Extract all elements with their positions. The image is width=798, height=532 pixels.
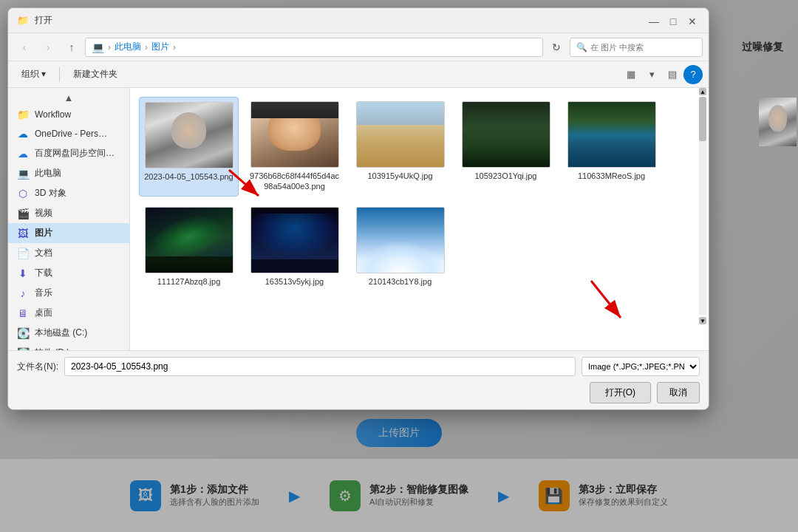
file-name-8: 210143cb1Y8.jpg <box>369 276 432 287</box>
footer-filename-row: 文件名(N): Image (*.JPG;*.JPEG;*.PNG;*.I <box>17 357 700 376</box>
file-item-6[interactable]: 111127Abzq8.jpg <box>139 202 239 291</box>
toolbar-separator <box>59 67 60 82</box>
dialog-icon: 📁 <box>17 15 29 27</box>
file-name-4: 105923O1Yqi.jpg <box>474 171 536 181</box>
sidebar-item-baidu[interactable]: ☁ 百度网盘同步空间… <box>8 143 129 163</box>
close-button[interactable]: ✕ <box>682 14 703 29</box>
file-name-1: 2023-04-05_105543.png <box>144 171 233 182</box>
breadcrumb-thispc[interactable]: 此电脑 <box>115 41 141 53</box>
pictures-icon: 🖼 <box>17 228 29 239</box>
cancel-button[interactable]: 取消 <box>657 382 700 403</box>
scrollbar[interactable]: ▲ ▼ <box>698 88 707 324</box>
search-icon: 🔍 <box>576 42 587 52</box>
file-thumb-4 <box>462 101 550 168</box>
file-item-4[interactable]: 105923O1Yqi.jpg <box>456 97 556 197</box>
desktop-icon: 🖥 <box>17 307 29 319</box>
file-name-2: 9736b68c68f444f65d4ac98a54a00e3.png <box>249 171 340 192</box>
documents-icon: 📄 <box>17 248 29 259</box>
sidebar-label-videos: 视频 <box>35 207 52 219</box>
localc-icon: 💽 <box>17 327 29 339</box>
sidebar-item-localc[interactable]: 💽 本地磁盘 (C:) <box>8 323 129 343</box>
file-item-1[interactable]: 2023-04-05_105543.png <box>139 97 239 197</box>
sidebar-item-downloads[interactable]: ⬇ 下载 <box>8 263 129 283</box>
file-name-3: 103915y4UkQ.jpg <box>367 171 432 181</box>
file-item-7[interactable]: 163513v5ykj.jpg <box>245 202 344 291</box>
organize-button[interactable]: 组织 ▾ <box>14 65 53 83</box>
baidu-icon: ☁ <box>17 148 29 160</box>
preview-thumbnail <box>757 96 798 148</box>
sidebar-label-onedrive: OneDrive - Pers… <box>35 129 107 139</box>
view-icon1[interactable]: ▦ <box>621 65 641 84</box>
up-button[interactable]: ↑ <box>61 37 82 58</box>
file-thumb-2 <box>250 101 339 168</box>
file-name-6: 111127Abzq8.jpg <box>157 276 221 287</box>
file-item-3[interactable]: 103915y4UkQ.jpg <box>350 97 450 197</box>
dialog-title: 打开 <box>35 14 700 27</box>
file-area[interactable]: 2023-04-05_105543.png 9736b68c68f444f65d… <box>130 88 709 350</box>
open-button[interactable]: 打开(O) <box>590 382 651 403</box>
file-name-7: 163513v5ykj.jpg <box>265 276 324 287</box>
file-thumb-7 <box>250 207 339 273</box>
sidebar-label-baidu: 百度网盘同步空间… <box>35 147 115 160</box>
view-buttons: ▦ ▾ ▤ ? <box>621 65 703 84</box>
view-dropdown[interactable]: ▾ <box>642 65 661 84</box>
sidebar-item-desktop[interactable]: 🖥 桌面 <box>8 303 129 323</box>
sidebar-label-music: 音乐 <box>35 287 52 299</box>
sidebar-item-onedrive[interactable]: ☁ OneDrive - Pers… <box>8 124 129 143</box>
filename-input[interactable] <box>64 357 576 376</box>
dialog-body: ▲ 📁 Workflow ☁ OneDrive - Pers… ☁ 百度网盘同步… <box>8 88 709 350</box>
3dobjects-icon: ⬡ <box>17 188 29 200</box>
file-thumb-8 <box>356 207 445 273</box>
sidebar-item-workflow[interactable]: 📁 Workflow <box>8 105 129 124</box>
sidebar-item-pictures[interactable]: 🖼 图片 <box>8 223 129 243</box>
dialog-footer: 文件名(N): Image (*.JPG;*.JPEG;*.PNG;*.I 打开… <box>8 350 709 409</box>
toolbar: 组织 ▾ 新建文件夹 ▦ ▾ ▤ ? <box>8 61 709 88</box>
footer-buttons: 打开(O) 取消 <box>17 382 700 403</box>
file-name-5: 110633MReoS.jpg <box>578 171 645 181</box>
sidebar-label-documents: 文档 <box>35 247 52 259</box>
sidebar-label-thispc: 此电脑 <box>35 167 61 180</box>
new-folder-button[interactable]: 新建文件夹 <box>66 65 125 83</box>
sidebar-label-pictures: 图片 <box>35 227 52 239</box>
sidebar-label-localc: 本地磁盘 (C:) <box>35 327 87 339</box>
file-item-2[interactable]: 9736b68c68f444f65d4ac98a54a00e3.png <box>245 97 344 197</box>
sidebar-label-downloads: 下载 <box>35 267 52 279</box>
search-input[interactable] <box>590 43 696 52</box>
thispc-icon: 💻 <box>17 168 29 180</box>
sidebar-label-desktop: 桌面 <box>35 307 52 319</box>
filetype-select[interactable]: Image (*.JPG;*.JPEG;*.PNG;*.I <box>582 357 700 376</box>
file-thumb-6 <box>145 207 233 273</box>
sidebar-item-thispc[interactable]: 💻 此电脑 <box>8 163 129 183</box>
sidebar-item-3dobjects[interactable]: ⬡ 3D 对象 <box>8 183 129 203</box>
filename-label: 文件名(N): <box>17 361 58 373</box>
help-button[interactable]: ? <box>683 65 703 84</box>
videos-icon: 🎬 <box>17 208 29 219</box>
sidebar-label-workflow: Workflow <box>35 109 71 120</box>
sidebar-item-videos[interactable]: 🎬 视频 <box>8 203 129 223</box>
sidebar-item-softd[interactable]: 💽 软件 (D:) <box>8 343 129 350</box>
sidebar: ▲ 📁 Workflow ☁ OneDrive - Pers… ☁ 百度网盘同步… <box>8 88 130 350</box>
sidebar-scroll-up[interactable]: ▲ <box>8 91 129 105</box>
music-icon: ♪ <box>17 287 29 299</box>
maximize-button[interactable]: □ <box>663 14 683 29</box>
title-bar: 📁 打开 — □ ✕ <box>8 8 709 33</box>
file-item-5[interactable]: 110633MReoS.jpg <box>562 97 661 197</box>
sidebar-item-documents[interactable]: 📄 文档 <box>8 243 129 263</box>
forward-button: › <box>38 37 58 58</box>
minimize-button[interactable]: — <box>644 14 664 29</box>
sidebar-item-music[interactable]: ♪ 音乐 <box>8 283 129 303</box>
view-details[interactable]: ▤ <box>663 65 682 84</box>
search-box: 🔍 <box>570 38 703 57</box>
file-thumb-5 <box>567 101 656 168</box>
file-dialog: 📁 打开 — □ ✕ ‹ › ↑ 💻 › 此电脑 › 图片 › ↻ 🔍 <box>7 7 709 410</box>
address-path[interactable]: 💻 › 此电脑 › 图片 › <box>85 38 543 57</box>
workflow-icon: 📁 <box>17 109 29 120</box>
file-thumb-3 <box>356 101 445 168</box>
file-grid: 2023-04-05_105543.png 9736b68c68f444f65d… <box>136 94 703 294</box>
file-thumb-1 <box>145 102 233 168</box>
back-button: ‹ <box>14 37 35 58</box>
breadcrumb-pictures[interactable]: 图片 <box>151 41 169 53</box>
address-bar: ‹ › ↑ 💻 › 此电脑 › 图片 › ↻ 🔍 <box>8 33 709 61</box>
refresh-button[interactable]: ↻ <box>546 37 567 58</box>
file-item-8[interactable]: 210143cb1Y8.jpg <box>350 202 450 291</box>
